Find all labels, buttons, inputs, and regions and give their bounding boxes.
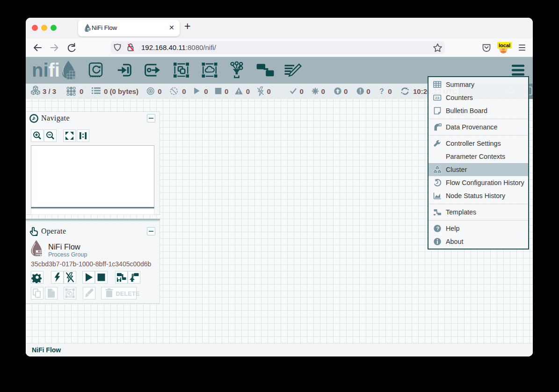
- svg-text:0: 0: [80, 87, 83, 95]
- svg-text:0: 0: [344, 87, 348, 95]
- svg-text:0: 0: [366, 87, 370, 95]
- svg-text:0: 0: [321, 87, 325, 95]
- svg-text:0: 0: [300, 87, 304, 95]
- svg-text:0: 0: [267, 87, 271, 95]
- svg-text:0 (0 bytes): 0 (0 bytes): [104, 87, 138, 95]
- svg-text:0: 0: [204, 87, 208, 95]
- svg-text:0: 0: [158, 87, 161, 95]
- svg-text:0: 0: [182, 87, 186, 95]
- svg-text:fi: fi: [49, 60, 60, 80]
- svg-text:0: 0: [225, 87, 228, 95]
- svg-text:?: ?: [436, 226, 440, 231]
- svg-text:ni: ni: [32, 60, 49, 80]
- svg-text:?: ?: [379, 87, 384, 95]
- svg-text:0: 0: [246, 87, 250, 95]
- svg-text:3 / 3: 3 / 3: [43, 87, 56, 95]
- svg-text:0: 0: [388, 87, 392, 95]
- svg-text:23: 23: [435, 96, 439, 100]
